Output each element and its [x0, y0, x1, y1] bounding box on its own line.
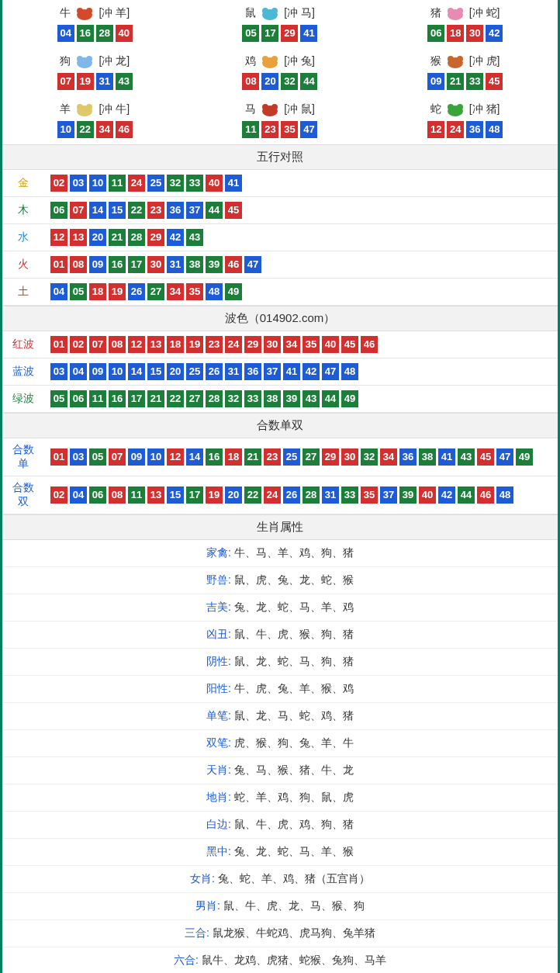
attr-row: 男肖: 鼠、牛、虎、龙、马、猴、狗 [2, 893, 558, 920]
number-ball: 44 [206, 202, 223, 219]
svg-point-5 [271, 8, 278, 14]
row-balls: 0108091617303138394647 [44, 251, 558, 279]
section-header-bose: 波色（014902.com） [2, 306, 558, 331]
number-ball: 07 [89, 336, 106, 353]
table-row: 土04051819262734354849 [2, 279, 558, 306]
attr-key: 阳性: [206, 682, 234, 694]
number-ball: 05 [89, 448, 106, 466]
number-ball: 36 [167, 202, 184, 219]
svg-point-4 [262, 8, 268, 14]
number-ball: 33 [244, 390, 261, 407]
number-ball: 40 [206, 175, 223, 192]
number-ball: 05 [70, 283, 87, 300]
attr-key: 白边: [206, 818, 234, 830]
number-ball: 44 [322, 390, 339, 407]
svg-point-14 [271, 56, 278, 62]
number-ball: 16 [206, 448, 223, 466]
svg-point-19 [77, 104, 83, 110]
number-ball: 20 [225, 486, 242, 504]
attr-value: 鼠牛、龙鸡、虎猪、蛇猴、兔狗、马羊 [202, 954, 386, 966]
number-ball: 07 [57, 73, 74, 90]
extra-list: 女肖: 兔、蛇、羊、鸡、猪（五宫肖）男肖: 鼠、牛、虎、龙、马、猴、狗三合: 鼠… [2, 866, 558, 973]
zodiac-cell: 鼠[冲 马]05172941 [188, 0, 373, 48]
zodiac-balls: 05172941 [188, 25, 373, 42]
number-ball: 28 [302, 486, 320, 504]
number-ball: 49 [341, 390, 358, 407]
zodiac-conflict: [冲 猪] [469, 102, 500, 116]
table-row: 蓝波03040910141520252631363741424748 [2, 358, 558, 386]
number-ball: 35 [281, 121, 298, 138]
number-ball: 19 [109, 283, 126, 300]
row-label: 金 [2, 170, 44, 197]
attr-value: 鼠、牛、虎、猴、狗、猪 [234, 628, 354, 640]
attr-key: 阴性: [206, 655, 234, 667]
attr-row: 吉美: 兔、龙、蛇、马、羊、鸡 [2, 594, 558, 622]
number-ball: 24 [447, 121, 464, 138]
svg-point-8 [457, 8, 463, 14]
number-ball: 09 [427, 73, 444, 90]
number-ball: 39 [206, 256, 223, 273]
number-ball: 33 [466, 73, 483, 90]
attr-value: 鼠、牛、虎、鸡、狗、猪 [234, 818, 354, 830]
number-ball: 21 [147, 390, 164, 407]
number-ball: 10 [109, 363, 126, 380]
number-ball: 08 [109, 486, 126, 504]
attr-key: 地肖: [206, 791, 234, 803]
number-ball: 42 [486, 25, 503, 42]
number-ball: 15 [167, 486, 184, 504]
number-ball: 13 [147, 336, 164, 353]
zodiac-balls: 11233547 [188, 121, 373, 138]
table-row: 合数单0103050709101214161821232527293032343… [2, 438, 558, 476]
number-ball: 37 [380, 486, 397, 504]
zodiac-balls: 04162840 [2, 25, 188, 42]
number-ball: 49 [225, 283, 242, 300]
zodiac-title: 马[冲 鼠] [188, 101, 373, 118]
attr-value: 鼠、虎、兔、龙、蛇、猴 [234, 573, 354, 586]
row-label: 绿波 [2, 386, 44, 413]
zodiac-conflict: [冲 兔] [284, 54, 315, 68]
attr-key: 野兽: [206, 573, 234, 586]
number-ball: 31 [167, 256, 184, 273]
attr-value: 兔、马、猴、猪、牛、龙 [234, 764, 354, 776]
number-ball: 43 [116, 73, 133, 90]
zodiac-cell: 猴[冲 虎]09213345 [372, 48, 558, 96]
number-ball: 14 [186, 448, 203, 466]
zodiac-balls: 06183042 [372, 25, 558, 42]
number-ball: 45 [341, 336, 358, 353]
number-ball: 47 [496, 448, 513, 466]
svg-point-1 [77, 8, 83, 14]
zodiac-conflict: [冲 羊] [99, 6, 130, 20]
number-ball: 27 [147, 283, 164, 300]
attr-value: 兔、龙、蛇、马、羊、猴 [234, 845, 354, 857]
table-row: 绿波05061116172122272832333839434449 [2, 386, 558, 413]
attr-key: 黑中: [206, 845, 234, 857]
number-ball: 12 [128, 336, 145, 353]
number-ball: 02 [50, 175, 67, 192]
number-ball: 17 [186, 486, 203, 504]
number-ball: 46 [116, 121, 133, 138]
number-ball: 11 [89, 390, 106, 407]
row-label: 火 [2, 251, 44, 279]
number-ball: 28 [128, 229, 145, 246]
attr-value: 鼠、牛、虎、龙、马、猴、狗 [223, 899, 365, 912]
number-ball: 08 [242, 73, 259, 90]
number-ball: 41 [283, 363, 300, 380]
number-ball: 09 [89, 256, 106, 273]
attr-key: 家禽: [206, 546, 234, 559]
number-ball: 23 [206, 336, 223, 353]
row-label: 蓝波 [2, 358, 44, 386]
number-ball: 16 [77, 25, 94, 42]
number-ball: 40 [322, 336, 339, 353]
row-label: 合数双 [2, 476, 44, 514]
number-ball: 34 [283, 336, 300, 353]
number-ball: 11 [109, 175, 126, 192]
number-ball: 22 [128, 202, 145, 219]
row-balls: 0102070812131819232429303435404546 [44, 331, 558, 358]
number-ball: 35 [361, 486, 378, 504]
table-row: 火0108091617303138394647 [2, 251, 558, 279]
zodiac-title: 蛇[冲 猪] [372, 101, 558, 118]
zodiac-cell: 狗[冲 龙]07193143 [2, 48, 188, 96]
number-ball: 11 [242, 121, 259, 138]
number-ball: 06 [50, 202, 67, 219]
number-ball: 18 [89, 283, 106, 300]
